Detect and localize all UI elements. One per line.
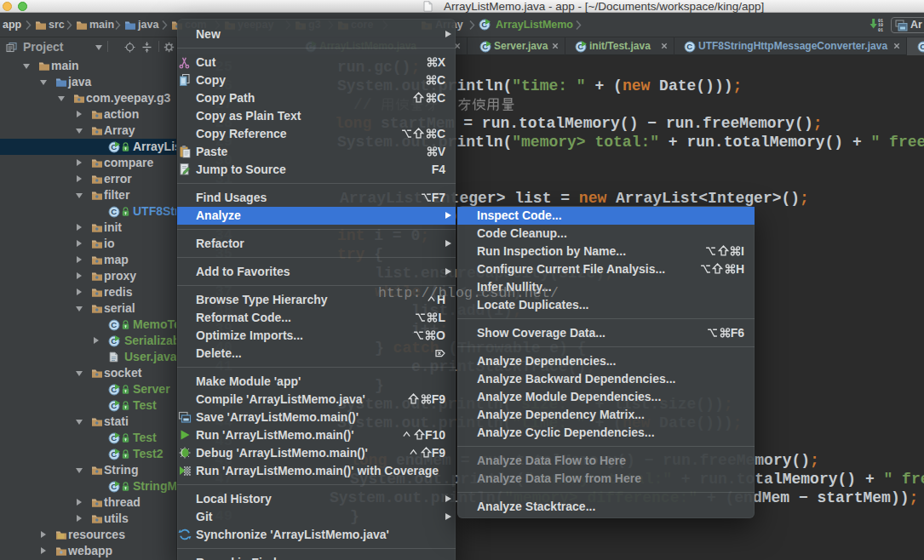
svg-text:01: 01 (878, 28, 883, 32)
svg-text:C: C (920, 42, 924, 51)
svg-text:C: C (111, 320, 117, 329)
svg-text:C: C (686, 42, 692, 51)
svg-text:C: C (111, 207, 117, 216)
